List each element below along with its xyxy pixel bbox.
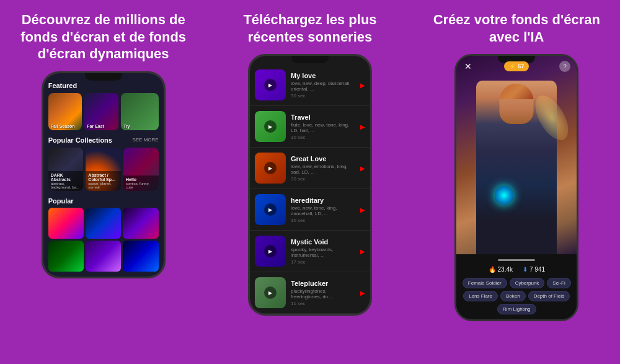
ringtone-duration-1: 30 sec xyxy=(291,135,355,140)
collection-hello[interactable]: Hello comics, funny, cute xyxy=(123,148,159,191)
coin-count: 57 xyxy=(518,63,524,69)
youtube-icon-5: ▶ xyxy=(360,290,365,296)
ringtone-item-2[interactable]: ▶ Great Love love, new, emotions, king, … xyxy=(250,148,370,189)
collection-abstract-name: Abstract / Colorful Sp... xyxy=(88,173,118,182)
ringtone-duration-3: 30 sec xyxy=(291,218,355,223)
ringtone-info-3: hereditary love, new, tone, king, danceh… xyxy=(291,197,355,223)
play-btn-2[interactable]: ▶ xyxy=(264,162,277,174)
collection-dark[interactable]: DARK Abstracts abstract, background, ba.… xyxy=(48,148,84,191)
featured-label-autumn: Fall Season xyxy=(51,124,75,128)
ringtone-name-0: My love xyxy=(291,72,355,79)
stat-download-value: 7 941 xyxy=(529,266,545,273)
ringtone-duration-4: 17 sec xyxy=(291,259,355,265)
ringtone-item-4[interactable]: ▶ Mystic Void spooky, keyboards, instrum… xyxy=(250,231,370,272)
ringtone-duration-2: 30 sec xyxy=(291,176,355,182)
tag-cyberpunk[interactable]: Cyberpunk xyxy=(510,278,545,288)
featured-card-autumn[interactable]: Fall Season xyxy=(48,93,82,130)
tag-depth-of-field[interactable]: Depth of Field xyxy=(528,291,570,301)
ringtone-thumb-5: ▶ xyxy=(255,277,286,308)
close-button[interactable]: ✕ xyxy=(463,61,474,72)
play-btn-5[interactable]: ▶ xyxy=(264,286,277,299)
ai-top-bar: ✕ ⚡ 57 ? xyxy=(456,56,577,77)
popular-item-4[interactable] xyxy=(48,241,84,272)
ringtone-thumb-4: ▶ xyxy=(255,236,286,267)
ringtone-item-3[interactable]: ▶ hereditary love, new, tone, king, danc… xyxy=(250,189,370,231)
featured-card-fareast[interactable]: Far East xyxy=(84,93,118,130)
stats-row: 🔥 23.4k ⬇ 7 941 xyxy=(461,266,572,273)
download-icon: ⬇ xyxy=(523,266,528,273)
collections-title: Popular Collections xyxy=(48,136,112,144)
ringtone-item-5[interactable]: ▶ Teleplucker pluckyringtones, freeringt… xyxy=(250,272,370,314)
ringtone-tags-4: spooky, keyboards, instrumental, ... xyxy=(291,247,355,258)
tag-scifi[interactable]: Sci-Fi xyxy=(547,278,570,288)
play-btn-4[interactable]: ▶ xyxy=(264,245,277,257)
popular-title: Popular xyxy=(48,197,74,205)
tag-female-soldier[interactable]: Female Soldier xyxy=(463,278,507,288)
collection-dark-name: DARK Abstracts xyxy=(51,173,81,182)
youtube-icon-4: ▶ xyxy=(360,248,365,255)
play-btn-1[interactable]: ▶ xyxy=(264,120,277,133)
tags-row: Female Soldier Cyberpunk Sci-Fi Lens Fla… xyxy=(461,278,572,314)
collections-row: DARK Abstracts abstract, background, ba.… xyxy=(48,148,159,191)
popular-item-6[interactable] xyxy=(123,241,158,272)
ringtone-info-4: Mystic Void spooky, keyboards, instrumen… xyxy=(291,238,355,265)
ringtone-tags-5: pluckyringtones, freeringtones, rin... xyxy=(291,288,355,300)
see-more-btn[interactable]: SEE MORE xyxy=(132,137,158,143)
ringtone-item-1[interactable]: ▶ Travel flute, love, new, tone, king, L… xyxy=(250,106,370,148)
popular-grid xyxy=(48,208,159,272)
panel1-title: Découvrez de millions de fonds d'écran e… xyxy=(10,11,197,63)
ringtone-tags-2: love, new, emotions, king, sad, LD, ... xyxy=(291,164,355,175)
tag-lens-flare[interactable]: Lens Flare xyxy=(463,291,498,301)
ringtone-thumb-3: ▶ xyxy=(255,194,286,225)
collection-abstract-info: Abstract / Colorful Sp... space, planet,… xyxy=(86,171,121,191)
panel-ai: Créez votre fonds d'écran avec l'IA ✕ ⚡ … xyxy=(414,0,620,364)
ringtone-duration-0: 30 sec xyxy=(291,93,355,99)
ringtone-name-4: Mystic Void xyxy=(291,238,355,246)
tag-bokeh[interactable]: Bokeh xyxy=(500,291,526,301)
youtube-icon-3: ▶ xyxy=(360,206,365,213)
collection-abstract[interactable]: Abstract / Colorful Sp... space, planet,… xyxy=(86,148,121,191)
stat-fire-value: 23.4k xyxy=(498,266,513,273)
featured-row: Fall Season Far East Try xyxy=(48,93,159,130)
popular-item-2[interactable] xyxy=(86,208,121,239)
phone-3: ✕ ⚡ 57 ? xyxy=(454,54,578,321)
collection-abstract-tags: space, planet, surreal xyxy=(88,182,118,189)
popular-item-3[interactable] xyxy=(123,208,158,239)
panel3-title: Créez votre fonds d'écran avec l'IA xyxy=(423,11,610,45)
help-button[interactable]: ? xyxy=(559,61,570,72)
ringtone-name-3: hereditary xyxy=(291,197,355,204)
panel-ringtones: Téléchargez les plus récentes sonneries … xyxy=(206,0,413,364)
youtube-icon-0: ▶ xyxy=(360,82,365,89)
ringtone-name-5: Teleplucker xyxy=(291,280,355,287)
glowing-orb xyxy=(495,186,513,205)
youtube-icon-1: ▶ xyxy=(360,123,365,130)
phone-notch-2 xyxy=(291,56,329,63)
ringtone-item-0[interactable]: ▶ My love love, new, deep, dancehall, or… xyxy=(250,64,370,106)
youtube-icon-2: ▶ xyxy=(360,165,365,172)
ringtone-info-2: Great Love love, new, emotions, king, sa… xyxy=(291,155,355,182)
ai-bottom: 🔥 23.4k ⬇ 7 941 Female Soldier Cyberpunk… xyxy=(456,254,577,319)
popular-item-1[interactable] xyxy=(48,208,84,239)
ringtone-tags-3: love, new, tone, king, dancehall, LD, ..… xyxy=(291,205,355,216)
featured-title: Featured xyxy=(48,82,77,89)
featured-card-try[interactable]: Try xyxy=(121,93,159,130)
stat-fire: 🔥 23.4k xyxy=(489,266,513,273)
fire-icon: 🔥 xyxy=(489,266,496,273)
stat-download: ⬇ 7 941 xyxy=(523,266,545,273)
panel2-title: Téléchargez les plus récentes sonneries xyxy=(216,11,403,45)
ringtone-thumb-0: ▶ xyxy=(255,69,286,100)
collection-dark-tags: abstract, background, ba... xyxy=(51,182,81,189)
collection-hello-name: Hello xyxy=(126,177,156,182)
ringtone-duration-5: 11 sec xyxy=(291,301,355,306)
ringtone-thumb-1: ▶ xyxy=(255,111,286,142)
popular-item-5[interactable] xyxy=(86,241,121,272)
tag-rim-lighting[interactable]: Rim Lighting xyxy=(497,304,536,314)
phone-screen-1: Featured Fall Season Far East Try Popula… xyxy=(43,73,164,277)
phone-screen-2: ▶ My love love, new, deep, dancehall, or… xyxy=(250,56,370,314)
collections-header: Popular Collections SEE MORE xyxy=(48,136,159,144)
ai-image: ✕ ⚡ 57 ? xyxy=(456,56,577,254)
progress-bar xyxy=(498,259,535,261)
play-btn-0[interactable]: ▶ xyxy=(264,79,277,91)
phone-screen-3: ✕ ⚡ 57 ? xyxy=(456,56,577,319)
play-btn-3[interactable]: ▶ xyxy=(264,203,277,216)
